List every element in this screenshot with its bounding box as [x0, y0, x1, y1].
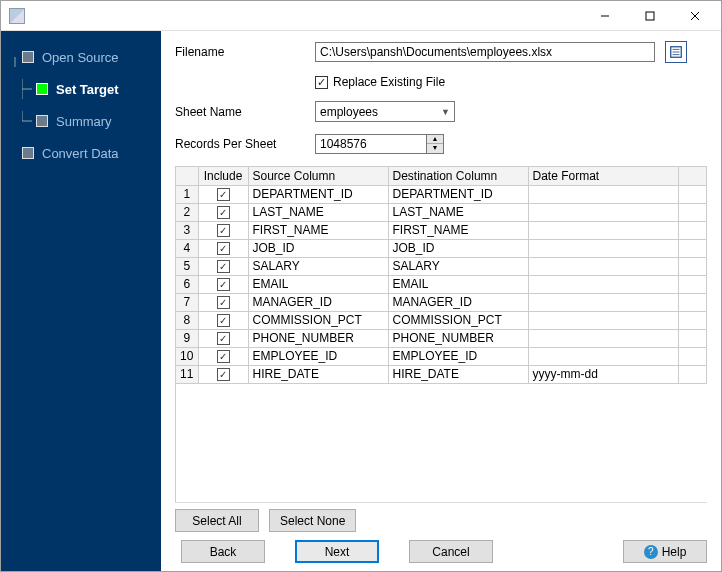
table-row[interactable]: 6EMAILEMAIL: [176, 275, 707, 293]
checkbox-icon: [217, 296, 230, 309]
step-indicator-icon: [36, 83, 48, 95]
header-date-format[interactable]: Date Format: [528, 167, 678, 185]
date-format-cell[interactable]: [528, 185, 678, 203]
select-all-button[interactable]: Select All: [175, 509, 259, 532]
include-cell[interactable]: [198, 347, 248, 365]
destination-column-cell[interactable]: EMAIL: [388, 275, 528, 293]
date-format-cell[interactable]: [528, 275, 678, 293]
sidebar-item-convert-data[interactable]: Convert Data: [6, 137, 156, 169]
filler-cell: [678, 257, 707, 275]
include-cell[interactable]: [198, 329, 248, 347]
date-format-cell[interactable]: [528, 347, 678, 365]
sidebar-item-summary[interactable]: Summary: [20, 105, 156, 137]
maximize-icon: [645, 11, 655, 21]
step-indicator-icon: [36, 115, 48, 127]
date-format-cell[interactable]: [528, 221, 678, 239]
source-column-cell[interactable]: LAST_NAME: [248, 203, 388, 221]
select-none-button[interactable]: Select None: [269, 509, 356, 532]
date-format-cell[interactable]: [528, 311, 678, 329]
destination-column-cell[interactable]: PHONE_NUMBER: [388, 329, 528, 347]
date-format-cell[interactable]: [528, 203, 678, 221]
row-number: 6: [176, 275, 198, 293]
sidebar-item-open-source[interactable]: Open Source: [6, 41, 156, 73]
date-format-cell[interactable]: [528, 257, 678, 275]
table-row[interactable]: 5SALARYSALARY: [176, 257, 707, 275]
include-cell[interactable]: [198, 203, 248, 221]
destination-column-cell[interactable]: SALARY: [388, 257, 528, 275]
table-row[interactable]: 4JOB_IDJOB_ID: [176, 239, 707, 257]
source-column-cell[interactable]: DEPARTMENT_ID: [248, 185, 388, 203]
table-row[interactable]: 7MANAGER_IDMANAGER_ID: [176, 293, 707, 311]
spinner-up-button[interactable]: ▲: [427, 135, 443, 144]
filler-cell: [678, 365, 707, 383]
destination-column-cell[interactable]: MANAGER_ID: [388, 293, 528, 311]
help-button[interactable]: ? Help: [623, 540, 707, 563]
include-cell[interactable]: [198, 257, 248, 275]
browse-button[interactable]: [665, 41, 687, 63]
table-row[interactable]: 2LAST_NAMELAST_NAME: [176, 203, 707, 221]
source-column-cell[interactable]: SALARY: [248, 257, 388, 275]
table-row[interactable]: 9PHONE_NUMBERPHONE_NUMBER: [176, 329, 707, 347]
table-row[interactable]: 1DEPARTMENT_IDDEPARTMENT_ID: [176, 185, 707, 203]
checkbox-icon: [217, 260, 230, 273]
destination-column-cell[interactable]: HIRE_DATE: [388, 365, 528, 383]
include-cell[interactable]: [198, 311, 248, 329]
spinner-down-button[interactable]: ▼: [427, 144, 443, 153]
next-button[interactable]: Next: [295, 540, 379, 563]
header-include[interactable]: Include: [198, 167, 248, 185]
sheet-name-select[interactable]: employees ▼: [315, 101, 455, 122]
table-row[interactable]: 10EMPLOYEE_IDEMPLOYEE_ID: [176, 347, 707, 365]
source-column-cell[interactable]: EMAIL: [248, 275, 388, 293]
sidebar-item-set-target[interactable]: Set Target: [20, 73, 156, 105]
back-button[interactable]: Back: [181, 540, 265, 563]
source-column-cell[interactable]: EMPLOYEE_ID: [248, 347, 388, 365]
filler-cell: [678, 293, 707, 311]
include-cell[interactable]: [198, 275, 248, 293]
include-cell[interactable]: [198, 365, 248, 383]
filler-cell: [678, 347, 707, 365]
checkbox-icon: [315, 76, 328, 89]
table-row[interactable]: 3FIRST_NAMEFIRST_NAME: [176, 221, 707, 239]
help-label: Help: [662, 545, 687, 559]
source-column-cell[interactable]: HIRE_DATE: [248, 365, 388, 383]
destination-column-cell[interactable]: EMPLOYEE_ID: [388, 347, 528, 365]
include-cell[interactable]: [198, 293, 248, 311]
date-format-cell[interactable]: yyyy-mm-dd: [528, 365, 678, 383]
maximize-button[interactable]: [627, 2, 672, 30]
filler-cell: [678, 185, 707, 203]
table-row[interactable]: 8COMMISSION_PCTCOMMISSION_PCT: [176, 311, 707, 329]
header-destination[interactable]: Destination Column: [388, 167, 528, 185]
include-cell[interactable]: [198, 185, 248, 203]
chevron-down-icon: ▼: [441, 107, 450, 117]
include-cell[interactable]: [198, 221, 248, 239]
close-button[interactable]: [672, 2, 717, 30]
destination-column-cell[interactable]: COMMISSION_PCT: [388, 311, 528, 329]
records-per-sheet-input[interactable]: [315, 134, 427, 154]
filename-input[interactable]: [315, 42, 655, 62]
destination-column-cell[interactable]: JOB_ID: [388, 239, 528, 257]
checkbox-icon: [217, 350, 230, 363]
sidebar-item-label: Set Target: [56, 82, 119, 97]
source-column-cell[interactable]: JOB_ID: [248, 239, 388, 257]
include-cell[interactable]: [198, 239, 248, 257]
source-column-cell[interactable]: MANAGER_ID: [248, 293, 388, 311]
destination-column-cell[interactable]: LAST_NAME: [388, 203, 528, 221]
header-source[interactable]: Source Column: [248, 167, 388, 185]
row-number: 9: [176, 329, 198, 347]
table-row[interactable]: 11HIRE_DATEHIRE_DATEyyyy-mm-dd: [176, 365, 707, 383]
checkbox-icon: [217, 242, 230, 255]
date-format-cell[interactable]: [528, 329, 678, 347]
cancel-button[interactable]: Cancel: [409, 540, 493, 563]
replace-existing-checkbox[interactable]: Replace Existing File: [315, 75, 445, 89]
columns-grid[interactable]: Include Source Column Destination Column…: [175, 166, 707, 502]
destination-column-cell[interactable]: DEPARTMENT_ID: [388, 185, 528, 203]
minimize-button[interactable]: [582, 2, 627, 30]
source-column-cell[interactable]: COMMISSION_PCT: [248, 311, 388, 329]
source-column-cell[interactable]: PHONE_NUMBER: [248, 329, 388, 347]
source-column-cell[interactable]: FIRST_NAME: [248, 221, 388, 239]
corner-header: [176, 167, 198, 185]
checkbox-icon: [217, 188, 230, 201]
destination-column-cell[interactable]: FIRST_NAME: [388, 221, 528, 239]
date-format-cell[interactable]: [528, 239, 678, 257]
date-format-cell[interactable]: [528, 293, 678, 311]
